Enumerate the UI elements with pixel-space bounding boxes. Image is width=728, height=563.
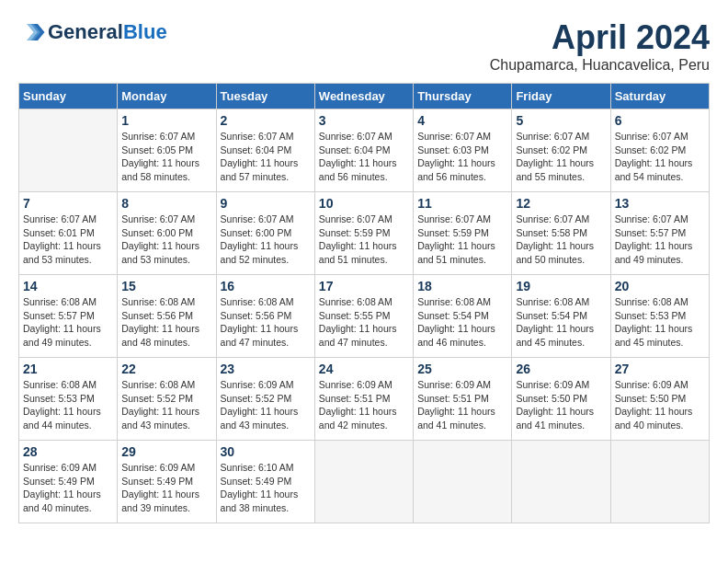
calendar-cell: 28Sunrise: 6:09 AM Sunset: 5:49 PM Dayli… [19,441,118,523]
day-number: 27 [615,362,705,376]
day-number: 26 [516,362,606,376]
day-info: Sunrise: 6:07 AM Sunset: 6:04 PM Dayligh… [319,130,409,184]
day-number: 21 [23,362,113,376]
day-number: 24 [319,362,409,376]
logo-line1: General [48,20,123,43]
calendar-cell: 4Sunrise: 6:07 AM Sunset: 6:03 PM Daylig… [414,109,512,192]
header-wednesday: Wednesday [314,84,413,109]
day-number: 3 [319,113,409,128]
calendar-week-2: 14Sunrise: 6:08 AM Sunset: 5:57 PM Dayli… [19,275,710,358]
calendar-cell: 1Sunrise: 6:07 AM Sunset: 6:05 PM Daylig… [118,109,216,192]
calendar-cell: 10Sunrise: 6:07 AM Sunset: 5:59 PM Dayli… [314,192,413,275]
day-info: Sunrise: 6:08 AM Sunset: 5:53 PM Dayligh… [23,378,113,432]
day-number: 1 [121,113,211,128]
calendar-cell: 29Sunrise: 6:09 AM Sunset: 5:49 PM Dayli… [118,441,216,523]
calendar-cell: 9Sunrise: 6:07 AM Sunset: 6:00 PM Daylig… [216,192,314,275]
day-number: 23 [221,362,311,376]
day-info: Sunrise: 6:08 AM Sunset: 5:52 PM Dayligh… [121,378,211,432]
calendar-cell: 7Sunrise: 6:07 AM Sunset: 6:01 PM Daylig… [19,192,118,275]
day-number: 19 [516,279,606,293]
calendar-cell: 19Sunrise: 6:08 AM Sunset: 5:54 PM Dayli… [512,275,610,358]
day-number: 8 [121,196,211,211]
day-number: 4 [417,113,507,128]
day-info: Sunrise: 6:08 AM Sunset: 5:55 PM Dayligh… [319,295,409,350]
day-info: Sunrise: 6:08 AM Sunset: 5:54 PM Dayligh… [516,295,606,350]
day-info: Sunrise: 6:07 AM Sunset: 5:57 PM Dayligh… [615,213,705,267]
day-number: 12 [516,196,606,211]
day-info: Sunrise: 6:09 AM Sunset: 5:51 PM Dayligh… [319,378,409,432]
day-number: 17 [319,279,409,293]
day-number: 7 [23,196,113,211]
calendar-cell: 26Sunrise: 6:09 AM Sunset: 5:50 PM Dayli… [512,358,610,441]
day-info: Sunrise: 6:09 AM Sunset: 5:50 PM Dayligh… [615,378,705,432]
day-info: Sunrise: 6:08 AM Sunset: 5:53 PM Dayligh… [615,295,705,350]
day-info: Sunrise: 6:08 AM Sunset: 5:54 PM Dayligh… [417,295,507,350]
day-number: 18 [417,279,507,293]
calendar-cell: 14Sunrise: 6:08 AM Sunset: 5:57 PM Dayli… [19,275,118,358]
calendar-cell: 18Sunrise: 6:08 AM Sunset: 5:54 PM Dayli… [414,275,512,358]
calendar-cell: 22Sunrise: 6:08 AM Sunset: 5:52 PM Dayli… [118,358,216,441]
calendar-cell: 6Sunrise: 6:07 AM Sunset: 6:02 PM Daylig… [610,109,709,192]
logo-icon [18,18,46,46]
calendar-cell: 25Sunrise: 6:09 AM Sunset: 5:51 PM Dayli… [414,358,512,441]
calendar-cell: 17Sunrise: 6:08 AM Sunset: 5:55 PM Dayli… [314,275,413,358]
day-info: Sunrise: 6:07 AM Sunset: 6:00 PM Dayligh… [121,213,211,267]
calendar-cell: 12Sunrise: 6:07 AM Sunset: 5:58 PM Dayli… [512,192,610,275]
calendar-cell: 5Sunrise: 6:07 AM Sunset: 6:02 PM Daylig… [512,109,610,192]
day-info: Sunrise: 6:07 AM Sunset: 5:59 PM Dayligh… [319,213,409,267]
day-number: 28 [23,444,113,459]
day-info: Sunrise: 6:07 AM Sunset: 6:01 PM Dayligh… [23,213,113,267]
calendar-cell: 3Sunrise: 6:07 AM Sunset: 6:04 PM Daylig… [314,109,413,192]
day-number: 6 [615,113,705,128]
logo-line2: Blue [123,20,167,43]
calendar-cell [610,441,709,523]
day-number: 25 [417,362,507,376]
day-number: 15 [121,279,211,293]
day-info: Sunrise: 6:07 AM Sunset: 6:02 PM Dayligh… [516,130,606,184]
title-section: April 2024 Chupamarca, Huancavelica, Per… [490,18,710,74]
day-info: Sunrise: 6:09 AM Sunset: 5:52 PM Dayligh… [221,378,311,432]
day-number: 11 [417,196,507,211]
day-info: Sunrise: 6:07 AM Sunset: 6:02 PM Dayligh… [615,130,705,184]
calendar-cell: 2Sunrise: 6:07 AM Sunset: 6:04 PM Daylig… [216,109,314,192]
calendar-week-1: 7Sunrise: 6:07 AM Sunset: 6:01 PM Daylig… [19,192,710,275]
calendar-week-4: 28Sunrise: 6:09 AM Sunset: 5:49 PM Dayli… [19,441,710,523]
month-title: April 2024 [490,18,710,57]
day-info: Sunrise: 6:09 AM Sunset: 5:51 PM Dayligh… [417,378,507,432]
header-friday: Friday [512,84,610,109]
header: GeneralBlue April 2024 Chupamarca, Huanc… [18,18,710,74]
day-info: Sunrise: 6:07 AM Sunset: 6:03 PM Dayligh… [417,130,507,184]
day-info: Sunrise: 6:07 AM Sunset: 6:04 PM Dayligh… [221,130,311,184]
day-number: 10 [319,196,409,211]
day-info: Sunrise: 6:10 AM Sunset: 5:49 PM Dayligh… [221,461,311,515]
calendar-cell: 23Sunrise: 6:09 AM Sunset: 5:52 PM Dayli… [216,358,314,441]
day-number: 20 [615,279,705,293]
day-number: 14 [23,279,113,293]
header-monday: Monday [118,84,216,109]
calendar-cell [512,441,610,523]
calendar-cell: 11Sunrise: 6:07 AM Sunset: 5:59 PM Dayli… [414,192,512,275]
day-number: 2 [221,113,311,128]
day-info: Sunrise: 6:09 AM Sunset: 5:49 PM Dayligh… [121,461,211,515]
location-title: Chupamarca, Huancavelica, Peru [490,57,710,74]
day-number: 9 [221,196,311,211]
day-info: Sunrise: 6:07 AM Sunset: 5:58 PM Dayligh… [516,213,606,267]
calendar-week-0: 1Sunrise: 6:07 AM Sunset: 6:05 PM Daylig… [19,109,710,192]
calendar-cell [414,441,512,523]
day-info: Sunrise: 6:08 AM Sunset: 5:57 PM Dayligh… [23,295,113,350]
calendar-cell: 16Sunrise: 6:08 AM Sunset: 5:56 PM Dayli… [216,275,314,358]
calendar-cell: 20Sunrise: 6:08 AM Sunset: 5:53 PM Dayli… [610,275,709,358]
day-info: Sunrise: 6:07 AM Sunset: 5:59 PM Dayligh… [417,213,507,267]
logo-text: GeneralBlue [48,21,167,43]
calendar-cell: 13Sunrise: 6:07 AM Sunset: 5:57 PM Dayli… [610,192,709,275]
day-number: 22 [121,362,211,376]
day-info: Sunrise: 6:08 AM Sunset: 5:56 PM Dayligh… [121,295,211,350]
day-number: 16 [221,279,311,293]
day-number: 5 [516,113,606,128]
calendar-cell: 27Sunrise: 6:09 AM Sunset: 5:50 PM Dayli… [610,358,709,441]
header-tuesday: Tuesday [216,84,314,109]
header-thursday: Thursday [414,84,512,109]
day-info: Sunrise: 6:07 AM Sunset: 6:05 PM Dayligh… [121,130,211,184]
day-info: Sunrise: 6:09 AM Sunset: 5:50 PM Dayligh… [516,378,606,432]
calendar-cell: 8Sunrise: 6:07 AM Sunset: 6:00 PM Daylig… [118,192,216,275]
